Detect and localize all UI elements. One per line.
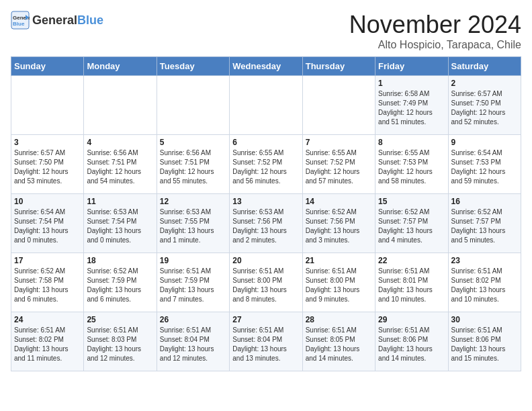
day-info: Sunrise: 6:53 AM Sunset: 7:55 PM Dayligh… bbox=[160, 208, 226, 245]
day-info: Sunrise: 6:58 AM Sunset: 7:49 PM Dayligh… bbox=[378, 89, 445, 127]
calendar-cell: 14Sunrise: 6:52 AM Sunset: 7:56 PM Dayli… bbox=[302, 194, 375, 253]
weekday-header-friday: Friday bbox=[375, 57, 448, 76]
day-number: 24 bbox=[14, 315, 81, 324]
weekday-header-thursday: Thursday bbox=[302, 57, 375, 76]
calendar-cell: 28Sunrise: 6:51 AM Sunset: 8:05 PM Dayli… bbox=[302, 312, 375, 371]
day-info: Sunrise: 6:57 AM Sunset: 7:50 PM Dayligh… bbox=[14, 148, 81, 186]
calendar-cell: 27Sunrise: 6:51 AM Sunset: 8:04 PM Dayli… bbox=[230, 312, 302, 371]
day-info: Sunrise: 6:51 AM Sunset: 8:03 PM Dayligh… bbox=[87, 326, 153, 363]
calendar-cell: 18Sunrise: 6:52 AM Sunset: 7:59 PM Dayli… bbox=[84, 253, 157, 312]
calendar-cell: 23Sunrise: 6:51 AM Sunset: 8:02 PM Dayli… bbox=[448, 253, 521, 312]
calendar-cell bbox=[157, 76, 229, 135]
calendar-cell: 26Sunrise: 6:51 AM Sunset: 8:04 PM Dayli… bbox=[157, 312, 229, 371]
calendar-cell: 20Sunrise: 6:51 AM Sunset: 8:00 PM Dayli… bbox=[230, 253, 302, 312]
calendar-cell: 10Sunrise: 6:54 AM Sunset: 7:54 PM Dayli… bbox=[11, 194, 84, 253]
calendar-cell: 12Sunrise: 6:53 AM Sunset: 7:55 PM Dayli… bbox=[157, 194, 229, 253]
day-info: Sunrise: 6:51 AM Sunset: 8:06 PM Dayligh… bbox=[378, 326, 445, 363]
calendar-cell: 13Sunrise: 6:53 AM Sunset: 7:56 PM Dayli… bbox=[230, 194, 302, 253]
calendar-week-row: 24Sunrise: 6:51 AM Sunset: 8:02 PM Dayli… bbox=[11, 312, 521, 371]
calendar-week-row: 17Sunrise: 6:52 AM Sunset: 7:58 PM Dayli… bbox=[11, 253, 521, 312]
day-number: 28 bbox=[306, 315, 372, 324]
day-info: Sunrise: 6:51 AM Sunset: 8:05 PM Dayligh… bbox=[306, 326, 372, 363]
calendar-cell: 4Sunrise: 6:56 AM Sunset: 7:51 PM Daylig… bbox=[84, 135, 157, 194]
calendar-cell: 24Sunrise: 6:51 AM Sunset: 8:02 PM Dayli… bbox=[11, 312, 84, 371]
month-title: November 2024 bbox=[349, 11, 521, 39]
day-number: 16 bbox=[451, 197, 518, 206]
location-title: Alto Hospicio, Tarapaca, Chile bbox=[349, 39, 521, 51]
title-block: November 2024 Alto Hospicio, Tarapaca, C… bbox=[349, 11, 521, 51]
day-number: 5 bbox=[160, 138, 226, 147]
weekday-header-saturday: Saturday bbox=[448, 57, 521, 76]
calendar-cell: 29Sunrise: 6:51 AM Sunset: 8:06 PM Dayli… bbox=[375, 312, 448, 371]
calendar-table: SundayMondayTuesdayWednesdayThursdayFrid… bbox=[11, 56, 521, 371]
day-number: 8 bbox=[378, 138, 445, 147]
day-info: Sunrise: 6:51 AM Sunset: 8:00 PM Dayligh… bbox=[306, 267, 372, 304]
calendar-cell bbox=[302, 76, 375, 135]
calendar-week-row: 3Sunrise: 6:57 AM Sunset: 7:50 PM Daylig… bbox=[11, 135, 521, 194]
day-info: Sunrise: 6:51 AM Sunset: 8:01 PM Dayligh… bbox=[378, 267, 445, 304]
calendar-cell: 19Sunrise: 6:51 AM Sunset: 7:59 PM Dayli… bbox=[157, 253, 229, 312]
calendar-cell: 25Sunrise: 6:51 AM Sunset: 8:03 PM Dayli… bbox=[84, 312, 157, 371]
logo-general-text: General bbox=[32, 13, 77, 27]
day-info: Sunrise: 6:56 AM Sunset: 7:51 PM Dayligh… bbox=[160, 148, 226, 186]
day-number: 15 bbox=[378, 197, 445, 206]
day-number: 26 bbox=[160, 315, 226, 324]
calendar-week-row: 1Sunrise: 6:58 AM Sunset: 7:49 PM Daylig… bbox=[11, 76, 521, 135]
day-info: Sunrise: 6:55 AM Sunset: 7:52 PM Dayligh… bbox=[232, 148, 299, 186]
calendar-cell bbox=[11, 76, 84, 135]
day-number: 17 bbox=[14, 256, 81, 265]
day-info: Sunrise: 6:51 AM Sunset: 8:06 PM Dayligh… bbox=[451, 326, 518, 363]
day-info: Sunrise: 6:51 AM Sunset: 8:02 PM Dayligh… bbox=[14, 326, 81, 363]
day-info: Sunrise: 6:56 AM Sunset: 7:51 PM Dayligh… bbox=[87, 148, 153, 186]
day-number: 30 bbox=[451, 315, 518, 324]
day-number: 11 bbox=[87, 197, 153, 206]
calendar-cell: 21Sunrise: 6:51 AM Sunset: 8:00 PM Dayli… bbox=[302, 253, 375, 312]
day-info: Sunrise: 6:51 AM Sunset: 8:04 PM Dayligh… bbox=[232, 326, 299, 363]
day-number: 14 bbox=[306, 197, 372, 206]
day-number: 18 bbox=[87, 256, 153, 265]
day-info: Sunrise: 6:53 AM Sunset: 7:56 PM Dayligh… bbox=[232, 208, 299, 245]
calendar-cell: 17Sunrise: 6:52 AM Sunset: 7:58 PM Dayli… bbox=[11, 253, 84, 312]
day-number: 20 bbox=[232, 256, 299, 265]
day-number: 12 bbox=[160, 197, 226, 206]
day-number: 19 bbox=[160, 256, 226, 265]
day-number: 27 bbox=[232, 315, 299, 324]
day-info: Sunrise: 6:52 AM Sunset: 7:57 PM Dayligh… bbox=[451, 208, 518, 245]
calendar-cell: 9Sunrise: 6:54 AM Sunset: 7:53 PM Daylig… bbox=[448, 135, 521, 194]
calendar-week-row: 10Sunrise: 6:54 AM Sunset: 7:54 PM Dayli… bbox=[11, 194, 521, 253]
day-number: 9 bbox=[451, 138, 518, 147]
day-number: 10 bbox=[14, 197, 81, 206]
day-number: 6 bbox=[232, 138, 299, 147]
calendar-cell: 11Sunrise: 6:53 AM Sunset: 7:54 PM Dayli… bbox=[84, 194, 157, 253]
day-info: Sunrise: 6:51 AM Sunset: 8:04 PM Dayligh… bbox=[160, 326, 226, 363]
calendar-body: 1Sunrise: 6:58 AM Sunset: 7:49 PM Daylig… bbox=[11, 76, 521, 371]
day-info: Sunrise: 6:55 AM Sunset: 7:53 PM Dayligh… bbox=[378, 148, 445, 186]
calendar-cell: 30Sunrise: 6:51 AM Sunset: 8:06 PM Dayli… bbox=[448, 312, 521, 371]
day-number: 1 bbox=[378, 79, 445, 88]
day-info: Sunrise: 6:51 AM Sunset: 8:02 PM Dayligh… bbox=[451, 267, 518, 304]
day-info: Sunrise: 6:52 AM Sunset: 7:57 PM Dayligh… bbox=[378, 208, 445, 245]
day-number: 3 bbox=[14, 138, 81, 147]
day-number: 2 bbox=[451, 79, 518, 88]
day-number: 21 bbox=[306, 256, 372, 265]
svg-text:Blue: Blue bbox=[13, 21, 25, 27]
calendar-cell bbox=[230, 76, 302, 135]
day-number: 23 bbox=[451, 256, 518, 265]
calendar-cell: 1Sunrise: 6:58 AM Sunset: 7:49 PM Daylig… bbox=[375, 76, 448, 135]
day-number: 4 bbox=[87, 138, 153, 147]
page-header: General Blue GeneralBlue November 2024 A… bbox=[11, 11, 521, 51]
calendar-cell: 16Sunrise: 6:52 AM Sunset: 7:57 PM Dayli… bbox=[448, 194, 521, 253]
logo-icon: General Blue bbox=[11, 11, 30, 30]
calendar-cell: 5Sunrise: 6:56 AM Sunset: 7:51 PM Daylig… bbox=[157, 135, 229, 194]
logo-blue-text: Blue bbox=[77, 13, 103, 27]
calendar-cell: 15Sunrise: 6:52 AM Sunset: 7:57 PM Dayli… bbox=[375, 194, 448, 253]
weekday-header-monday: Monday bbox=[84, 57, 157, 76]
calendar-cell: 2Sunrise: 6:57 AM Sunset: 7:50 PM Daylig… bbox=[448, 76, 521, 135]
calendar-cell: 3Sunrise: 6:57 AM Sunset: 7:50 PM Daylig… bbox=[11, 135, 84, 194]
day-number: 13 bbox=[232, 197, 299, 206]
day-info: Sunrise: 6:57 AM Sunset: 7:50 PM Dayligh… bbox=[451, 89, 518, 127]
day-number: 25 bbox=[87, 315, 153, 324]
day-info: Sunrise: 6:52 AM Sunset: 7:59 PM Dayligh… bbox=[87, 267, 153, 304]
calendar-cell: 8Sunrise: 6:55 AM Sunset: 7:53 PM Daylig… bbox=[375, 135, 448, 194]
day-number: 7 bbox=[306, 138, 372, 147]
